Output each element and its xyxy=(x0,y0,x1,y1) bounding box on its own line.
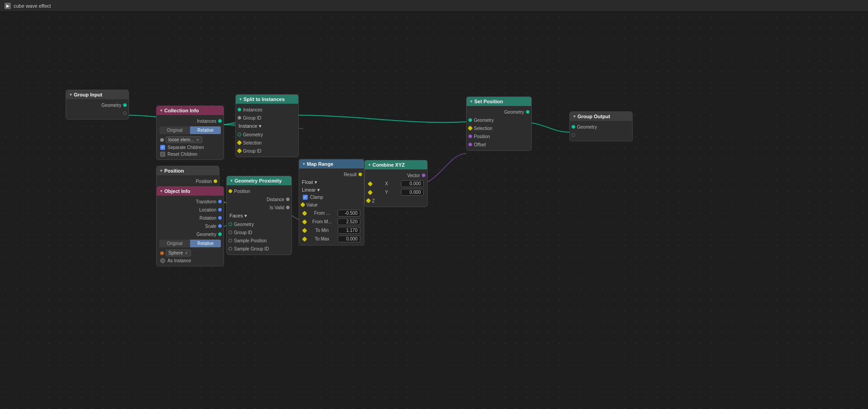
mr-to-max-value[interactable]: 0.000 xyxy=(338,236,360,242)
instances-in-socket xyxy=(238,108,241,111)
chevron-icon: ▾ xyxy=(160,108,162,113)
mr-to-min-label: To Min xyxy=(315,228,329,233)
sp-selection-socket xyxy=(467,125,472,130)
sphere-tag-dot xyxy=(160,251,164,255)
sp-position-row: Position xyxy=(467,132,531,140)
go-extra-socket xyxy=(572,133,575,137)
combine-xyz-header[interactable]: ▾ Combine XYZ xyxy=(365,160,427,169)
mr-from-max-row: From M... 2.520 xyxy=(299,217,364,226)
mr-from-min-value[interactable]: -0.500 xyxy=(338,210,360,217)
tag-remove-btn[interactable]: ✕ xyxy=(196,138,200,142)
sphere-tag[interactable]: Sphere ✕ xyxy=(166,250,191,256)
geometry-output-row: Geometry xyxy=(66,101,129,109)
mode-buttons[interactable]: Original Relative xyxy=(159,126,221,134)
gp-sample-pos-label: Sample Position xyxy=(234,238,267,243)
chevron-icon: ▾ xyxy=(230,178,233,183)
split-to-instances-header[interactable]: ▾ Split to Instances xyxy=(236,95,298,104)
go-geometry-socket xyxy=(572,125,575,129)
object-info-header[interactable]: ▾ Object Info xyxy=(157,187,224,196)
relative-btn[interactable]: Relative xyxy=(190,126,221,134)
gp-geometry-row: Geometry xyxy=(227,220,291,228)
split-to-instances-title: Split to Instances xyxy=(243,96,285,102)
map-range-header[interactable]: ▾ Map Range xyxy=(299,159,364,168)
obj-original-btn[interactable]: Original xyxy=(159,240,190,247)
obj-mode-buttons[interactable]: Original Relative xyxy=(159,240,221,247)
chevron-icon: ▾ xyxy=(303,162,305,166)
chevron-icon: ▾ xyxy=(70,92,72,97)
object-info-title: Object Info xyxy=(164,188,190,194)
cxyz-x-label: X xyxy=(385,181,388,186)
float-dropdown[interactable]: Float ▾ xyxy=(302,179,361,185)
group-input-header[interactable]: ▾ Group Input xyxy=(66,90,129,99)
as-instance-cb[interactable] xyxy=(160,258,165,263)
geometry-socket xyxy=(123,103,127,107)
sp-selection-label: Selection xyxy=(474,126,492,131)
mr-to-min-value[interactable]: 1.170 xyxy=(338,227,360,234)
gp-distance-label: Distance xyxy=(267,197,284,202)
mr-from-max-value[interactable]: 2.520 xyxy=(338,218,360,225)
sp-geometry-out-socket xyxy=(526,110,529,114)
sphere-tag-remove-btn[interactable]: ✕ xyxy=(185,251,188,255)
selection-body-label: Selection xyxy=(243,140,262,145)
original-btn[interactable]: Original xyxy=(159,126,190,134)
mr-value-label: Value xyxy=(306,202,318,207)
cxyz-vector-row: Vector xyxy=(365,171,427,179)
gp-sample-gid-socket xyxy=(229,247,232,250)
combine-xyz-title: Combine XYZ xyxy=(372,162,405,168)
chevron-icon: ▾ xyxy=(368,163,371,167)
cxyz-y-row: Y 0.000 xyxy=(365,188,427,197)
instances-output-row: Instances xyxy=(157,117,224,125)
cxyz-x-value[interactable]: 0.000 xyxy=(401,180,424,187)
sp-geometry-in-row: Geometry xyxy=(467,116,531,124)
clamp-cb[interactable] xyxy=(303,195,308,200)
collection-info-title: Collection Info xyxy=(164,108,199,113)
as-instance-label: As Instance xyxy=(167,258,191,263)
reset-children-cb[interactable] xyxy=(160,152,165,157)
group-id-body-label: Group ID xyxy=(243,149,262,154)
set-position-header[interactable]: ▾ Set Position xyxy=(467,97,531,106)
instance-dropdown[interactable]: Instance ▾ xyxy=(238,123,296,129)
sp-geometry-out-label: Geometry xyxy=(504,110,524,115)
cxyz-vector-socket xyxy=(422,173,425,177)
gp-position-label: Position xyxy=(234,189,250,194)
geometry-proximity-header[interactable]: ▾ Geometry Proximity xyxy=(227,176,291,185)
connections-svg xyxy=(0,12,868,409)
go-geometry-label: Geometry xyxy=(577,125,597,130)
combine-xyz-node: ▾ Combine XYZ Vector X 0.000 Y 0.000 Z xyxy=(364,160,428,207)
group-output-header[interactable]: ▾ Group Output xyxy=(570,112,632,121)
sp-offset-row: Offset xyxy=(467,140,531,149)
instances-label: Instances xyxy=(197,119,216,124)
geometry-out-socket xyxy=(218,232,222,236)
position-out-label: Position xyxy=(196,179,212,184)
gp-sample-pos-socket xyxy=(229,239,232,242)
gp-distance-row: Distance xyxy=(227,195,291,203)
linear-dropdown[interactable]: Linear ▾ xyxy=(302,187,361,193)
mr-from-max-socket xyxy=(302,219,307,224)
group-id-input-row: Group ID xyxy=(236,114,298,122)
collection-info-header[interactable]: ▾ Collection Info xyxy=(157,106,224,115)
collection-info-node: ▾ Collection Info Instances Original Rel… xyxy=(156,106,224,160)
set-position-node: ▾ Set Position Geometry Geometry Selecti… xyxy=(466,96,532,151)
cxyz-y-value[interactable]: 0.000 xyxy=(401,189,424,196)
obj-relative-btn[interactable]: Relative xyxy=(190,240,221,247)
selection-body-socket xyxy=(237,140,242,145)
cxyz-z-socket xyxy=(366,198,371,203)
mr-from-min-label: From ... xyxy=(314,211,329,216)
position-title: Position xyxy=(164,168,184,173)
geometry-body-label: Geometry xyxy=(243,132,263,137)
reset-children-label: Reset Children xyxy=(167,152,197,157)
separate-children-cb[interactable] xyxy=(160,145,165,150)
sp-geometry-in-label: Geometry xyxy=(474,118,494,123)
instances-in-label: Instances xyxy=(243,107,262,112)
geometry-out-row: Geometry xyxy=(157,230,224,238)
faces-dropdown[interactable]: Faces ▾ xyxy=(229,213,289,219)
scale-label: Scale xyxy=(205,224,216,229)
gp-sample-pos-row: Sample Position xyxy=(227,236,291,245)
gp-group-id-socket xyxy=(229,231,232,234)
collection-tag[interactable]: loose elem... ✕ xyxy=(166,136,202,143)
group-id-body-row: Group ID xyxy=(236,147,298,155)
position-header[interactable]: ▾ Position xyxy=(157,166,219,175)
clamp-label: Clamp xyxy=(310,195,323,200)
chevron-icon: ▾ xyxy=(573,114,576,119)
object-info-node: ▾ Object Info Transform Location Rotatio… xyxy=(156,186,224,266)
